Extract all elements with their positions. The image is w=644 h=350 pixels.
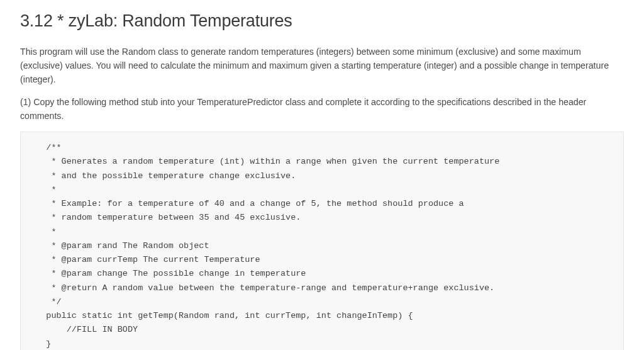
step-1-paragraph: (1) Copy the following method stub into … bbox=[20, 95, 624, 123]
code-block: /** * Generates a random temperature (in… bbox=[20, 132, 624, 350]
page-title: 3.12 * zyLab: Random Temperatures bbox=[20, 11, 624, 31]
intro-paragraph: This program will use the Random class t… bbox=[20, 45, 624, 86]
page-container: 3.12 * zyLab: Random Temperatures This p… bbox=[0, 0, 644, 350]
